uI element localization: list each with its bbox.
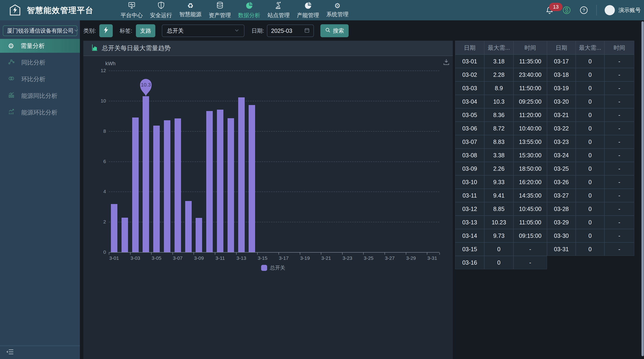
x-axis-tick [427, 253, 427, 255]
x-axis-tick-label: 3-25 [359, 255, 378, 261]
table-cell: 10.3 [484, 95, 514, 108]
chart-bar [185, 201, 192, 252]
sidebar-item-yoy-analysis[interactable]: 同比分析 [0, 55, 80, 69]
x-axis-tick-label: 3-11 [211, 255, 230, 261]
x-axis-tick [321, 253, 321, 255]
switch-select[interactable]: 总开关 [162, 24, 244, 37]
x-axis-tick [300, 253, 300, 255]
table-cell: 09:25:00 [514, 95, 547, 108]
legend-swatch [261, 265, 267, 271]
y-axis-tick-label: 12 [95, 68, 106, 73]
main-nav: 平台中心 安全运行 ♻ 智慧能源 资产管理 [117, 0, 352, 20]
nav-label: 智慧能源 [180, 11, 202, 18]
chart-bar [206, 111, 213, 252]
table-cell: 0 [576, 108, 604, 122]
max-value-marker: 10.3 [139, 78, 152, 97]
x-axis-tick-label: 3-09 [190, 255, 208, 261]
table-cell: 0 [576, 216, 604, 229]
nav-item-asset-management[interactable]: 资产管理 [205, 0, 234, 20]
nav-item-smart-energy[interactable]: ♻ 智慧能源 [176, 0, 205, 20]
x-axis-tick-label: 3-07 [168, 255, 187, 261]
table-cell: 0 [484, 242, 514, 256]
x-axis-tick-label: 3-03 [126, 255, 145, 261]
robot-arm-icon [275, 1, 283, 10]
chart-bar [174, 118, 181, 252]
nav-label: 数据分析 [238, 11, 260, 19]
collapse-sidebar-icon[interactable] [6, 348, 14, 356]
table-cell: 03-24 [547, 148, 576, 162]
table-cell: - [604, 162, 634, 175]
sidebar-item-label: 能源环比分析 [21, 108, 58, 117]
table-cell: 0 [576, 148, 604, 162]
sidebar-item-energy-yoy-analysis[interactable]: 能源同比分析 [0, 89, 80, 103]
x-axis-tick [130, 253, 130, 255]
chart-title: 总开关每日最大需量趋势 [102, 44, 170, 52]
help-icon[interactable]: ? [579, 5, 588, 15]
sidebar-item-label: 同比分析 [21, 58, 45, 67]
account-menu[interactable]: 演示账号 [605, 5, 641, 15]
chart-bar [153, 126, 160, 252]
nav-item-system-management[interactable]: ⚙ 系统管理 [323, 0, 352, 20]
sidebar-item-mom-analysis[interactable]: 环比分析 [0, 72, 80, 86]
table-cell: 03-25 [547, 162, 576, 175]
table-cell: - [604, 229, 634, 242]
tag-branch-button[interactable]: 支路 [136, 24, 155, 37]
date-input[interactable]: 2025-03 [267, 24, 314, 37]
sidebar-item-demand-analysis[interactable]: ⚙ 需量分析 [0, 39, 80, 53]
page-scrollbar[interactable] [642, 21, 644, 356]
table-cell: 9.73 [484, 229, 514, 242]
table-cell: - [604, 55, 634, 68]
nav-item-site-management[interactable]: 站点管理 [264, 0, 293, 20]
table-cell: 03-29 [547, 216, 576, 229]
chart-bar [164, 120, 170, 252]
gear-icon: ⚙ [334, 2, 340, 9]
notification-bell-icon[interactable]: 13 [545, 5, 554, 15]
nav-item-safe-operation[interactable]: 安全运行 [146, 0, 176, 20]
table-cell: 15:30:00 [514, 148, 547, 162]
nav-item-capacity-management[interactable]: 产能管理 [293, 0, 323, 20]
table-cell: - [604, 242, 634, 256]
chart-panel-header: 总开关每日最大需量趋势 [83, 41, 453, 56]
download-icon[interactable] [442, 58, 450, 67]
x-axis-tick-label: 3-17 [274, 255, 293, 261]
table-cell: 03-21 [547, 108, 576, 122]
y-axis-tick-label: 8 [95, 128, 106, 134]
chart-bar [217, 110, 224, 252]
table-cell: 10:40:00 [514, 122, 547, 135]
category-electric-button[interactable] [99, 24, 113, 37]
nav-label: 系统管理 [326, 11, 348, 18]
nav-item-data-analysis[interactable]: 数据分析 [234, 0, 264, 20]
nav-label: 安全运行 [150, 11, 172, 19]
chart-bar [142, 96, 149, 252]
company-select[interactable]: 厦门锐谷通信设备有限公司 [3, 25, 77, 36]
x-axis-tick [236, 253, 236, 255]
nav-label: 站点管理 [268, 11, 290, 19]
table-cell: 03-02 [455, 68, 484, 81]
sidebar-item-energy-mom-analysis[interactable]: 能源环比分析 [0, 105, 80, 119]
table-cell: 0 [576, 68, 604, 81]
table-cell: 0 [484, 256, 514, 269]
nav-item-platform-center[interactable]: 平台中心 [117, 0, 146, 20]
table-cell: 10:45:00 [514, 202, 547, 216]
chart-bar [238, 97, 245, 252]
table-cell: 0 [576, 162, 604, 175]
search-button-label: 搜索 [333, 27, 344, 34]
chevron-down-icon [234, 28, 239, 34]
platform-center-icon [128, 1, 136, 10]
table-cell: - [514, 256, 547, 269]
date-value: 2025-03 [271, 27, 292, 34]
link-status-icon[interactable] [562, 5, 571, 15]
table-cell: 03-23 [547, 135, 576, 148]
x-axis-tick [406, 253, 406, 255]
table-cell: 03-26 [547, 175, 576, 189]
table-cell: 8.83 [484, 135, 514, 148]
filterbar: 类别: 标签: 支路 总开关 日期: 2025-03 搜索 [83, 24, 348, 37]
legend-item[interactable]: 总开关 [109, 264, 438, 271]
search-button[interactable]: 搜索 [320, 24, 348, 37]
table-cell: 0 [576, 189, 604, 202]
table-cell: 0 [576, 81, 604, 95]
nav-label: 资产管理 [209, 11, 231, 19]
table-cell: 03-27 [547, 189, 576, 202]
app-title: 智慧能效管理平台 [27, 5, 94, 16]
sidebar: 厦门锐谷通信设备有限公司 ⚙ 需量分析 同比分析 环比分析 [0, 20, 80, 359]
